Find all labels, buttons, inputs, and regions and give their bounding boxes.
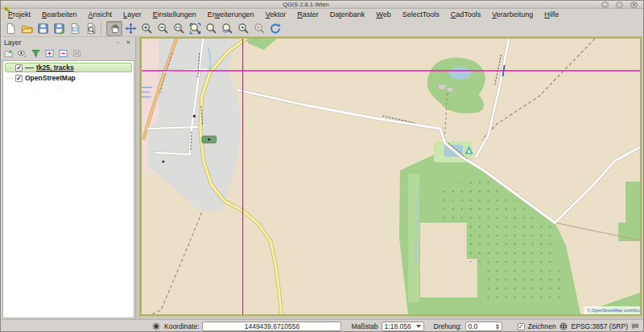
save-project-button[interactable] [35,21,51,36]
filter-legend-icon [31,49,40,58]
minimize-button[interactable]: ⌄ [601,2,609,8]
menu-raster[interactable]: Raster [291,10,324,19]
pan-map-icon [109,23,121,35]
save-project-icon [37,23,49,35]
remove-layer-icon [72,49,81,58]
layer-tree: ✓tk25, tracks✓OpenStreetMap [2,60,134,318]
tree-guide [7,78,13,79]
zoom-full-button[interactable] [187,21,203,36]
workspace: Layer ▫ ✕ ✓tk25, tracks✓OpenStreetMap [1,37,643,319]
save-project-as-button[interactable] [51,21,67,36]
render-checkbox[interactable]: ✓ [518,323,525,330]
manage-layer-visibility-button[interactable] [17,48,27,59]
zoom-in-button[interactable] [138,21,155,36]
building [448,88,453,92]
dock-close-icon[interactable]: ✕ [125,39,132,47]
layer-item-openstreetmap[interactable]: ✓OpenStreetMap [5,73,132,83]
coordinate-input[interactable]: 1449439,6710556 [202,322,341,331]
main-toolbar [1,20,643,37]
rotation-value: 0.0 [469,322,496,331]
expand-all-icon [45,49,54,58]
qgis-app-icon [3,2,10,8]
render-label: Zeichnen [528,322,556,330]
new-project-button[interactable] [2,21,19,36]
zoom-full-icon [189,23,201,35]
menu-projekt[interactable]: Projekt [2,10,36,19]
poi-village-icon [193,115,196,117]
window-controls: ⌄ ○ ✕ [601,2,638,8]
layer-item-tk25-tracks[interactable]: ✓tk25, tracks [5,63,132,72]
pan-to-selection-button[interactable] [122,21,138,36]
dock-float-icon[interactable]: ▫ [114,39,122,47]
composer-manager-icon [85,23,97,35]
menu-einstellungen[interactable]: Einstellungen [147,10,202,19]
zoom-native-icon [173,23,185,35]
zoom-next-button[interactable] [251,21,267,36]
filter-legend-button[interactable] [31,48,41,59]
pan-map-button[interactable] [106,21,122,36]
pan-to-selection-icon [125,23,137,35]
zoom-native-button[interactable] [171,21,187,36]
open-project-icon [21,23,33,35]
layer-panel: Layer ▫ ✕ ✓tk25, tracks✓OpenStreetMap [1,37,135,319]
menu-bearbeiten[interactable]: Bearbeiten [36,10,83,19]
tree-guide [7,68,13,68]
poi-marker-icon [162,161,164,163]
zoom-out-button[interactable] [155,21,171,36]
meadow-strip [408,174,419,302]
expand-all-button[interactable] [44,48,55,59]
open-project-button[interactable] [19,21,35,36]
qgis-window: QGIS 2.8.1-Wien ⌄ ○ ✕ ProjektBearbeitenA… [0,0,644,332]
new-composer-button[interactable] [67,21,83,36]
render-progress-icon [152,322,161,331]
zoom-to-selection-button[interactable] [203,21,219,36]
globe-crs-icon [559,322,568,331]
menu-verarbeitung[interactable]: Verarbeitung [486,10,539,19]
layer-visibility-checkbox[interactable]: ✓ [15,75,23,82]
save-project-as-icon [53,23,65,35]
composer-manager-button[interactable] [83,21,99,36]
zoom-last-icon [237,23,250,35]
map-svg: © OpenStreetMap contributors [142,39,640,314]
menu-erweiterungen[interactable]: Erweiterungen [202,10,260,19]
pond-north [449,67,472,80]
spinner-arrows-icon[interactable] [496,324,499,330]
scale-combobox[interactable]: 1:18.056 [382,322,424,331]
building [439,84,446,89]
menu-web[interactable]: Web [370,10,396,19]
crs-status-button[interactable]: EPSG:3857 (SRP) [572,322,628,330]
menu-layer[interactable]: Layer [118,10,147,19]
zoom-to-layer-button[interactable] [219,21,235,36]
layer-panel-titlebar[interactable]: Layer ▫ ✕ [1,37,135,47]
menu-ansicht[interactable]: Ansicht [83,10,118,19]
add-group-button[interactable] [3,48,14,59]
log-messages-icon[interactable] [631,322,640,331]
rotation-spinner[interactable]: 0.0 [465,322,502,331]
collapse-all-icon [59,49,68,58]
menu-hilfe[interactable]: Hilfe [539,10,564,19]
layer-visibility-checkbox[interactable]: ✓ [15,64,23,72]
new-composer-icon [69,23,81,35]
zoom-out-icon [157,23,169,35]
toolbar-separator [101,22,105,35]
menu-selecttools[interactable]: SelectTools [397,10,445,19]
remove-layer-button[interactable] [72,48,82,59]
menu-vektor[interactable]: Vektor [260,10,292,19]
refresh-button[interactable] [267,21,283,36]
add-group-icon [4,49,13,58]
poi-symbol-icon [208,138,210,141]
attribution-text[interactable]: © OpenStreetMap contributors [587,308,640,313]
menu-cadtools[interactable]: CadTools [445,10,487,19]
layer-panel-title: Layer [4,39,111,47]
zoom-to-selection-icon [205,23,217,35]
map-attribution: © OpenStreetMap contributors [584,306,640,314]
zoom-last-button[interactable] [235,21,251,36]
menu-datenbank[interactable]: Datenbank [324,10,371,19]
map-canvas[interactable]: © OpenStreetMap contributors [140,37,642,316]
collapse-all-button[interactable] [58,48,68,59]
rotation-label: Drehung: [434,322,462,330]
maximize-button[interactable]: ○ [616,2,623,8]
titlebar[interactable]: QGIS 2.8.1-Wien ⌄ ○ ✕ [1,1,643,9]
close-button[interactable]: ✕ [630,2,638,8]
refresh-icon [270,23,282,35]
